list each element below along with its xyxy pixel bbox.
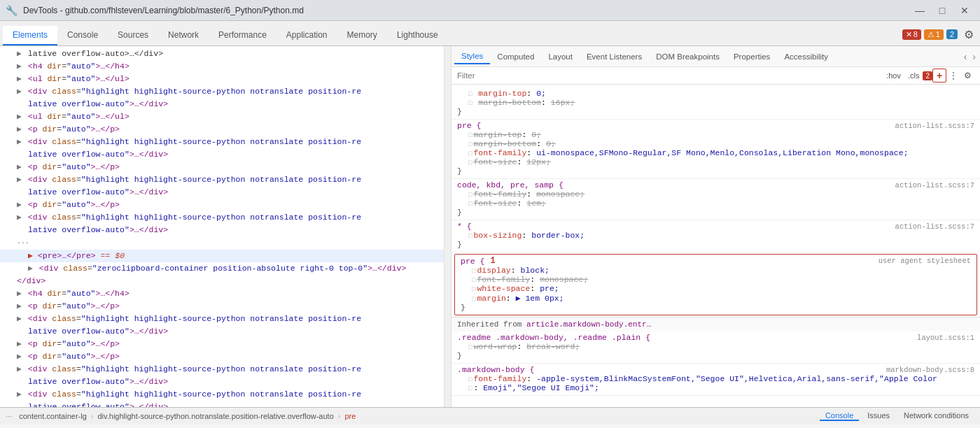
style-prop: □: Emoji","Segoe UI Emoji"; (457, 383, 974, 392)
tree-line[interactable]: ▶ <p dir="auto">…</p> (0, 199, 444, 211)
tree-line[interactable]: ▶ <ul dir="auto">…</ul> (0, 110, 444, 123)
rule-source: user agent stylesheet (878, 257, 971, 265)
tree-line[interactable]: lative overflow-auto">…</div> (0, 98, 444, 110)
tree-line[interactable]: lative overflow-auto">…</div> (0, 401, 444, 407)
tab-accessibility[interactable]: Accessibility (777, 50, 835, 64)
style-prop: □margin: ▶ 1em 0px; (461, 293, 971, 303)
main-content: ▶ lative overflow-auto>…</div>▶ <h4 dir=… (0, 46, 980, 407)
panel-resizer[interactable] (444, 46, 451, 407)
tree-line[interactable]: ▶ <div class="highlight highlight-source… (0, 136, 444, 148)
styles-tab-bar: Styles Computed Layout Event Listeners D… (451, 46, 980, 67)
status-dots[interactable]: ··· (6, 412, 12, 420)
rule-header: * {action-list.scss:7 (457, 222, 974, 231)
close-button[interactable]: ✕ (955, 3, 974, 17)
error-badge: ✕ 8 (902, 29, 921, 40)
tree-line[interactable]: ▶ <div class="highlight highlight-source… (0, 173, 444, 186)
style-prop: □box-sizing: border-box; (457, 231, 974, 240)
tab-console[interactable]: Console (57, 26, 108, 45)
scroll-right-icon[interactable]: › (971, 51, 977, 62)
rule-source: action-list.scss:7 (895, 122, 974, 130)
breadcrumb-item[interactable]: content.container-lg (16, 412, 90, 420)
tree-line[interactable]: ▶ <h4 dir="auto">…</h4> (0, 60, 444, 73)
maximize-button[interactable]: □ (932, 3, 952, 17)
tree-line[interactable]: ··· (0, 236, 444, 250)
tab-application[interactable]: Application (276, 26, 337, 45)
bottom-tab-console[interactable]: Console (820, 411, 859, 421)
tree-line[interactable]: ▶ <p dir="auto">…</p> (0, 338, 444, 350)
tree-line[interactable]: lative overflow-auto">…</div> (0, 376, 444, 388)
breadcrumb: content.container-lg › div.highlight-sou… (16, 412, 358, 420)
rule-source: markdown-body.scss:8 (886, 366, 974, 374)
tree-line[interactable]: lative overflow-auto">…</div> (0, 325, 444, 338)
info-badge: 2 (946, 29, 958, 39)
rule-source: action-list.scss:7 (895, 181, 974, 190)
tree-line[interactable]: ▶ <p dir="auto">…</p> (0, 161, 444, 173)
tree-line[interactable]: ▶ <div class="highlight highlight-source… (0, 388, 444, 401)
style-prop: □font-size: 12px; (457, 157, 974, 166)
tree-line[interactable]: ▶ <div class="highlight highlight-source… (0, 363, 444, 376)
tree-line[interactable]: ▶ <p dir="auto">…</p> (0, 123, 444, 136)
styles-more-icon[interactable]: ⋮ (946, 69, 960, 83)
status-bar: ··· content.container-lg › div.highlight… (0, 407, 980, 424)
tab-event-listeners[interactable]: Event Listeners (580, 50, 649, 64)
styles-settings-icon[interactable]: ⚙ (960, 69, 974, 83)
tab-layout[interactable]: Layout (541, 50, 580, 64)
tab-dom-breakpoints[interactable]: DOM Breakpoints (649, 50, 727, 64)
breadcrumb-separator: › (338, 412, 341, 420)
style-prop: □word-wrap: break-word; (457, 342, 974, 351)
tab-styles[interactable]: Styles (454, 49, 490, 64)
rule-selector: code, kbd, pre, samp { (457, 180, 564, 190)
rule-header: code, kbd, pre, samp {action-list.scss:7 (457, 180, 974, 190)
style-prop: □font-size: 1em; (457, 199, 974, 208)
tab-properties[interactable]: Properties (727, 50, 777, 64)
filter-input[interactable] (457, 71, 883, 80)
tab-lighthouse[interactable]: Lighthouse (387, 26, 448, 45)
settings-button[interactable]: ⚙ (960, 26, 977, 43)
rule-header: pre {action-list.scss:7 (457, 121, 974, 130)
tree-line[interactable]: </div> (0, 275, 444, 287)
tab-elements[interactable]: Elements (3, 26, 57, 45)
rule-source: action-list.scss:7 (895, 222, 974, 231)
tree-line[interactable]: ▶ <p dir="auto">…</p> (0, 350, 444, 363)
hov-filter-button[interactable]: :hov (883, 69, 904, 82)
styles-content[interactable]: □ margin-top: 0; □ margin-bottom: 16px; … (451, 85, 980, 407)
style-prop: □font-family: monospace; (457, 190, 974, 199)
style-prop: □margin-top: 0; (457, 130, 974, 139)
num-badge: 2 (923, 71, 932, 80)
breadcrumb-item[interactable]: pre (342, 412, 358, 420)
tree-line[interactable]: lative overflow-auto">…</div> (0, 186, 444, 199)
tab-memory[interactable]: Memory (337, 26, 387, 45)
tree-line[interactable]: ▶ <ul dir="auto">…</ul> (0, 73, 444, 85)
tree-line[interactable]: ▶ <h4 dir="auto">…</h4> (0, 287, 444, 300)
tree-line[interactable]: ▶ <div class="highlight highlight-source… (0, 313, 444, 325)
bottom-tab-issues[interactable]: Issues (862, 411, 895, 421)
filter-bar: :hov .cls 2 + ⋮ ⚙ (451, 67, 980, 85)
rule-selector: * { (457, 222, 472, 231)
tree-line[interactable]: ▶ <div class="highlight highlight-source… (0, 211, 444, 224)
tab-network[interactable]: Network (158, 26, 209, 45)
style-prop: □display: block; (461, 266, 971, 275)
style-rule-continuation: □ margin-top: 0; □ margin-bottom: 16px; … (451, 87, 980, 120)
tree-line[interactable]: ▶ <pre>…</pre> == $0 (0, 250, 444, 262)
tree-line[interactable]: ▶ <div class="zeroclipboard-container po… (0, 262, 444, 275)
styles-tab-right: ‹ › (962, 51, 977, 62)
rule-header: .markdown-body {markdown-body.scss:8 (457, 365, 974, 374)
tree-line[interactable]: ▶ <div class="highlight highlight-source… (0, 85, 444, 98)
tab-bar-right: ✕ 8 ⚠ 1 2 ⚙ (902, 26, 977, 45)
bottom-tab-network-conditions[interactable]: Network conditions (898, 411, 974, 421)
tab-computed[interactable]: Computed (490, 50, 541, 64)
tree-line[interactable]: ▶ lative overflow-auto>…</div> (0, 48, 444, 60)
elements-tree[interactable]: ▶ lative overflow-auto>…</div>▶ <h4 dir=… (0, 46, 444, 407)
scroll-left-icon[interactable]: ‹ (962, 51, 969, 62)
tree-line[interactable]: lative overflow-auto">…</div> (0, 148, 444, 161)
add-rule-button[interactable]: + (932, 69, 946, 83)
minimize-button[interactable]: — (910, 3, 930, 17)
cls-filter-button[interactable]: .cls (904, 69, 923, 82)
breadcrumb-item[interactable]: div.highlight-source-python.notranslate.… (94, 412, 336, 420)
tab-performance[interactable]: Performance (209, 26, 276, 45)
style-rule: pre {action-list.scss:7□margin-top: 0;□m… (451, 120, 980, 179)
tree-line[interactable]: ▶ <p dir="auto">…</p> (0, 300, 444, 313)
tab-sources[interactable]: Sources (108, 26, 158, 45)
tree-line[interactable]: lative overflow-auto">…</div> (0, 224, 444, 236)
elements-panel: ▶ lative overflow-auto>…</div>▶ <h4 dir=… (0, 46, 444, 407)
